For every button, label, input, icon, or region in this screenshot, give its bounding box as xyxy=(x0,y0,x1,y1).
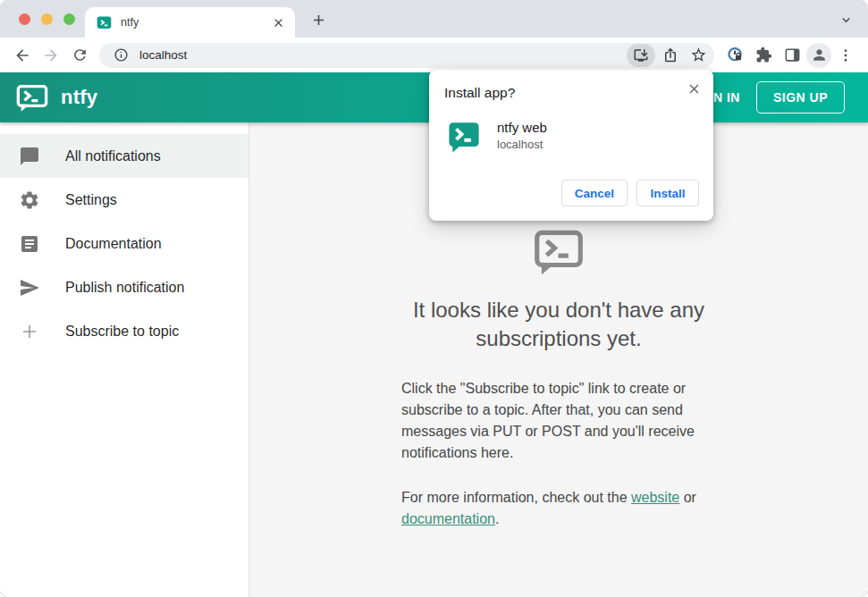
plus-icon xyxy=(19,321,40,342)
app-name: ntfy web xyxy=(497,120,547,135)
window-controls xyxy=(19,13,75,25)
ntfy-favicon-icon xyxy=(97,15,112,30)
article-icon xyxy=(19,233,40,255)
ntfy-app-icon xyxy=(447,120,481,154)
browser-window: ntfy xyxy=(0,0,868,597)
install-button[interactable]: Install xyxy=(636,180,699,206)
website-link[interactable]: website xyxy=(631,490,679,505)
more-info-paragraph: For more information, check out the webs… xyxy=(401,487,716,530)
install-app-dialog: Install app? ntfy web localhost Cancel xyxy=(429,70,713,221)
sidebar-item-subscribe-to-topic[interactable]: Subscribe to topic xyxy=(0,309,249,353)
url-bar[interactable]: localhost xyxy=(99,43,714,68)
profile-avatar-icon[interactable] xyxy=(806,43,831,68)
sidebar-item-documentation[interactable]: Documentation xyxy=(0,222,249,265)
info-prefix: For more information, check out the xyxy=(401,490,631,505)
sidebar-item-label: Settings xyxy=(65,192,117,208)
menu-kebab-icon[interactable] xyxy=(831,41,860,70)
sidebar-item-settings[interactable]: Settings xyxy=(0,178,249,222)
share-icon[interactable] xyxy=(658,44,683,67)
browser-tab-ntfy[interactable]: ntfy xyxy=(85,7,295,38)
side-panel-icon[interactable] xyxy=(778,41,806,70)
tab-title: ntfy xyxy=(121,16,261,29)
terminal-bubble-icon xyxy=(531,224,586,280)
back-icon[interactable] xyxy=(8,41,37,70)
brand-name: ntfy xyxy=(61,86,97,109)
empty-state-paragraph: Click the "Subscribe to topic" link to c… xyxy=(401,378,716,464)
dialog-app-meta: ntfy web localhost xyxy=(497,120,547,151)
info-middle: or xyxy=(679,490,696,505)
reload-icon[interactable] xyxy=(65,41,94,70)
sidebar-item-label: Publish notification xyxy=(65,280,184,296)
tab-strip: ntfy xyxy=(0,0,868,38)
app-origin: localhost xyxy=(497,138,547,151)
site-info-icon[interactable] xyxy=(110,45,131,66)
extensions-puzzle-icon[interactable] xyxy=(749,41,778,70)
extension-lock-icon[interactable] xyxy=(721,41,749,70)
info-suffix: . xyxy=(495,511,499,526)
minimize-window-button[interactable] xyxy=(41,13,53,25)
sidebar-item-label: Documentation xyxy=(65,236,162,252)
url-text[interactable]: localhost xyxy=(139,48,624,62)
forward-icon[interactable] xyxy=(37,41,65,70)
new-tab-button[interactable] xyxy=(307,8,330,31)
empty-state: It looks like you don't have any subscri… xyxy=(249,224,868,530)
dialog-close-icon[interactable] xyxy=(684,79,704,98)
sidebar: All notifications Settings Documentation xyxy=(0,122,249,597)
install-app-icon[interactable] xyxy=(627,44,655,67)
dialog-buttons: Cancel Install xyxy=(444,180,699,206)
send-icon xyxy=(19,277,40,298)
sidebar-item-label: All notifications xyxy=(65,148,161,164)
close-window-button[interactable] xyxy=(19,13,30,25)
gear-icon xyxy=(19,189,40,211)
bookmark-star-icon[interactable] xyxy=(686,44,711,67)
dialog-title: Install app? xyxy=(444,85,699,101)
sidebar-item-publish-notification[interactable]: Publish notification xyxy=(0,265,249,309)
maximize-window-button[interactable] xyxy=(63,13,75,25)
sidebar-item-label: Subscribe to topic xyxy=(65,324,179,340)
chat-bubble-icon xyxy=(19,146,40,167)
cancel-button[interactable]: Cancel xyxy=(561,180,628,206)
sidebar-item-all-notifications[interactable]: All notifications xyxy=(0,134,249,178)
empty-state-heading: It looks like you don't have any subscri… xyxy=(371,296,746,353)
documentation-link[interactable]: documentation xyxy=(401,511,495,526)
tab-close-icon[interactable] xyxy=(270,14,286,30)
browser-toolbar: localhost xyxy=(0,38,868,72)
ntfy-logo-icon xyxy=(14,80,50,115)
tab-search-chevron-icon[interactable] xyxy=(835,9,856,30)
sign-up-button[interactable]: SIGN UP xyxy=(756,81,845,114)
dialog-app-row: ntfy web localhost xyxy=(444,120,699,154)
ntfy-brand[interactable]: ntfy xyxy=(14,80,97,115)
